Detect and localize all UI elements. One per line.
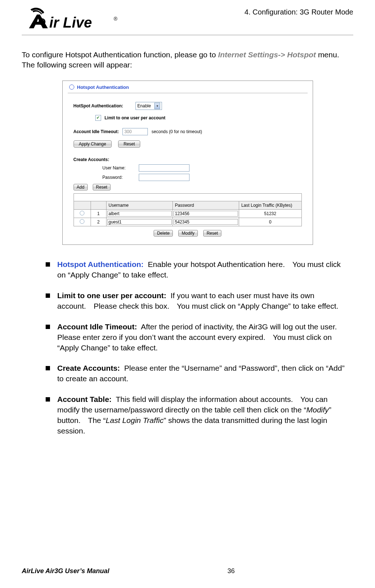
chevron-down-icon: ▾ — [154, 103, 160, 109]
idle-timeout-label: Account Idle Timeout: — [74, 129, 119, 134]
page-footer: AirLive Air3G User’s Manual 36 — [22, 567, 353, 575]
col-select — [74, 201, 91, 209]
apply-change-button[interactable]: Apply Change — [74, 140, 112, 148]
row-username-input[interactable] — [107, 219, 172, 225]
account-table-title: Account Table — [74, 193, 301, 201]
modify-button[interactable]: Modify — [178, 230, 197, 237]
chapter-title: 4. Configuration: 3G Router Mode — [245, 8, 353, 16]
panel-title-icon — [69, 85, 74, 90]
limit-checkbox[interactable]: ✔ — [95, 115, 101, 121]
hotspot-auth-label: HotSpot Authentication: — [74, 103, 124, 108]
row-username-input[interactable] — [107, 211, 172, 217]
idle-timeout-suffix: seconds (0 for no timeout) — [151, 129, 202, 134]
reset-accounts-button[interactable]: Reset — [93, 184, 111, 190]
username-input[interactable] — [139, 164, 189, 172]
col-username: Username — [106, 201, 172, 209]
table-row: 2 0 — [74, 218, 301, 226]
row-radio[interactable] — [80, 219, 84, 224]
page-number: 36 — [228, 567, 235, 575]
col-index — [91, 201, 106, 209]
list-item: Limit to one user per account: If you wa… — [46, 291, 351, 312]
row-radio[interactable] — [80, 211, 84, 215]
registered-mark: ® — [114, 16, 117, 22]
add-button[interactable]: Add — [74, 184, 88, 190]
col-traffic: Last Login Traffic (KBytes) — [239, 201, 301, 209]
list-item: Account Table: This field will display t… — [46, 394, 351, 436]
password-input[interactable] — [139, 174, 189, 181]
intro-paragraph: To configure Hotspot Authentication func… — [22, 50, 353, 70]
password-label: Password: — [103, 175, 135, 180]
screenshot: Hotspot Authentication HotSpot Authentic… — [62, 81, 313, 245]
list-item: Account Idle Timeout: After the period o… — [46, 322, 351, 353]
svg-text:ir Live: ir Live — [49, 15, 92, 30]
idle-timeout-input[interactable]: 300 — [122, 128, 148, 135]
manual-title: AirLive Air3G User’s Manual — [22, 567, 109, 575]
hotspot-auth-select[interactable]: Enable ▾ — [136, 102, 162, 110]
row-password-input[interactable] — [174, 219, 238, 225]
col-password: Password — [172, 201, 239, 209]
list-item: Create Accounts: Please enter the “Usern… — [46, 363, 351, 384]
table-reset-button[interactable]: Reset — [203, 230, 221, 237]
delete-button[interactable]: Delete — [154, 230, 173, 237]
reset-button[interactable]: Reset — [118, 140, 140, 148]
create-accounts-label: Create Accounts: — [74, 157, 109, 162]
description-list: Hotspot Authentication: Enable your hots… — [24, 259, 351, 437]
list-item: Hotspot Authentication: Enable your hots… — [46, 259, 351, 280]
username-label: User Name: — [103, 165, 135, 170]
account-table: Account Table Username Password Last Log… — [74, 193, 302, 226]
row-password-input[interactable] — [174, 211, 238, 217]
table-row: 1 51232 — [74, 209, 301, 218]
limit-label: Limit to one user per account — [105, 115, 166, 120]
panel-title: Hotspot Authentication — [63, 81, 313, 92]
header-divider — [22, 35, 353, 35]
brand-logo: ir Live ® — [22, 7, 116, 33]
menu-path: Internet Settings-> Hotspot — [218, 50, 316, 59]
